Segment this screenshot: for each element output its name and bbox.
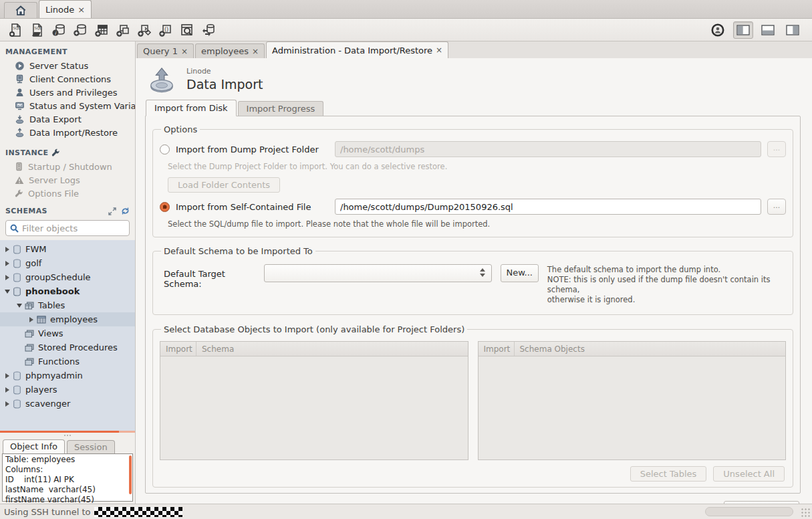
search-table-data-icon[interactable]: [176, 21, 198, 39]
schema-tree: FWM golf groupSchedule phonebook Tables: [0, 240, 135, 431]
expander-collapsed-icon[interactable]: [27, 317, 35, 322]
connection-tab-label: Linode: [45, 5, 74, 15]
startup-shutdown-icon: [15, 162, 23, 171]
unselect-all-button[interactable]: Unselect All: [713, 466, 785, 482]
tab-session[interactable]: Session: [67, 440, 115, 453]
sidebar-item-options-file[interactable]: Options File: [0, 187, 135, 200]
expander-expanded-icon[interactable]: [3, 290, 11, 294]
radio-import-dump-folder[interactable]: [160, 144, 170, 154]
sidebar-item-data-import-restore[interactable]: Data Import/Restore: [0, 126, 135, 139]
schema-node-phonebook[interactable]: phonebook: [0, 284, 135, 298]
account-gear-icon[interactable]: [707, 21, 728, 39]
expander-collapsed-icon[interactable]: [3, 387, 11, 393]
schema-node-fwm[interactable]: FWM: [0, 242, 135, 256]
close-tab-icon[interactable]: ×: [436, 45, 442, 55]
sidebar-item-server-logs[interactable]: Server Logs: [0, 173, 135, 187]
new-schema-button[interactable]: New...: [501, 264, 539, 282]
combo-spinner-icon[interactable]: [480, 268, 485, 277]
close-tab-icon[interactable]: ×: [181, 47, 188, 56]
self-contained-file-input[interactable]: [335, 199, 761, 215]
tree-node-tables[interactable]: Tables: [0, 298, 135, 312]
close-tab-icon[interactable]: ×: [252, 47, 259, 56]
sidebar-item-data-export[interactable]: Data Export: [0, 112, 135, 126]
toggle-bottom-panel-icon[interactable]: [758, 21, 778, 39]
tree-node-views[interactable]: Views: [0, 326, 135, 340]
refresh-schemas-icon[interactable]: [121, 207, 130, 215]
schema-label: phonebook: [25, 286, 80, 296]
expander-collapsed-icon[interactable]: [3, 247, 11, 252]
schemas-table-body[interactable]: [160, 356, 468, 459]
tree-node-functions[interactable]: Functions: [0, 354, 135, 369]
toggle-right-sidebar-icon[interactable]: [783, 21, 803, 39]
schema-filter-input[interactable]: [22, 223, 125, 233]
sidebar-item-label: Server Status: [29, 61, 88, 71]
options-legend: Options: [161, 124, 200, 134]
page-title: Data Import: [186, 77, 263, 92]
schema-objects-table-body[interactable]: [479, 356, 786, 459]
inspect-schema-icon[interactable]: i: [48, 21, 70, 39]
tab-admin-data-import[interactable]: Administration - Data Import/Restore ×: [266, 41, 448, 58]
schema-node-phpmyadmin[interactable]: phpmyadmin: [0, 369, 135, 383]
connection-tab[interactable]: Linode ×: [39, 0, 92, 18]
schema-node-groupschedule[interactable]: groupSchedule: [0, 270, 135, 284]
svg-text:(): (): [164, 26, 168, 32]
sidebar-splitter-handle[interactable]: [0, 433, 135, 437]
tree-node-employees[interactable]: employees: [0, 312, 135, 326]
create-function-icon[interactable]: (): [155, 21, 176, 39]
expander-collapsed-icon[interactable]: [3, 401, 11, 407]
browse-self-contained-button[interactable]: ...: [767, 199, 786, 215]
tab-import-from-disk[interactable]: Import from Disk: [146, 100, 237, 116]
default-target-schema-select[interactable]: [264, 264, 491, 282]
dump-folder-hint: Select the Dump Project Folder to import…: [168, 162, 786, 171]
browse-dump-folder-button[interactable]: ...: [767, 141, 786, 157]
tree-node-stored-procedures[interactable]: Stored Procedures: [0, 340, 135, 354]
radio-dump-folder-label[interactable]: Import from Dump Project Folder: [176, 144, 335, 154]
expander-collapsed-icon[interactable]: [3, 261, 11, 266]
schema-objects-import-table: Import Schema Objects: [478, 341, 787, 460]
sidebar-item-server-status[interactable]: Server Status: [0, 59, 135, 72]
tab-import-progress[interactable]: Import Progress: [238, 101, 324, 116]
sidebar-item-client-connections[interactable]: Client Connections: [0, 72, 135, 86]
tab-object-info[interactable]: Object Info: [3, 439, 65, 453]
toggle-left-sidebar-icon[interactable]: [733, 21, 753, 39]
expand-schemas-icon[interactable]: [108, 207, 116, 215]
schema-node-players[interactable]: players: [0, 383, 135, 397]
close-tab-icon[interactable]: ×: [78, 5, 85, 15]
schema-node-scavenger[interactable]: scavenger: [0, 397, 135, 411]
sidebar-item-users-and-privileges[interactable]: Users and Privileges: [0, 86, 135, 99]
create-view-icon[interactable]: [112, 21, 134, 39]
functions-folder-icon: [25, 358, 34, 366]
horizontal-scrollbar[interactable]: [705, 507, 793, 516]
main-toolbar: SQL SQL i (): [0, 19, 812, 41]
radio-import-self-contained[interactable]: [160, 202, 170, 212]
column-header-schema: Schema: [196, 344, 234, 354]
create-table-icon[interactable]: [91, 21, 112, 39]
sidebar-item-status-system-variables[interactable]: Status and System Variables: [0, 99, 135, 112]
search-icon: [10, 224, 19, 233]
sidebar-item-startup-shutdown[interactable]: Startup / Shutdown: [0, 160, 135, 173]
radio-self-contained-label[interactable]: Import from Self-Contained File: [176, 202, 335, 212]
tab-query-1[interactable]: Query 1 ×: [137, 43, 194, 58]
open-sql-script-icon[interactable]: SQL: [27, 21, 48, 39]
schema-icon: [13, 385, 21, 395]
home-icon: [14, 5, 27, 16]
home-tab[interactable]: [4, 2, 37, 18]
schema-label: FWM: [25, 244, 47, 254]
column-header-import: Import: [160, 342, 196, 356]
select-tables-button[interactable]: Select Tables: [630, 466, 707, 482]
expander-collapsed-icon[interactable]: [3, 275, 11, 280]
reconnect-dbms-icon[interactable]: [198, 21, 219, 39]
expander-expanded-icon[interactable]: [15, 304, 23, 308]
schema-node-golf[interactable]: golf: [0, 256, 135, 270]
object-info-scrollbar[interactable]: [129, 455, 132, 494]
expander-collapsed-icon[interactable]: [3, 373, 11, 379]
create-schema-icon[interactable]: [70, 21, 91, 39]
new-query-tab-icon[interactable]: SQL: [5, 21, 27, 39]
object-info-line: lastName varchar(45): [5, 485, 130, 495]
object-info-line: ID int(11) AI PK: [5, 475, 130, 485]
dump-folder-path-input[interactable]: [335, 141, 761, 157]
load-folder-contents-button[interactable]: Load Folder Contents: [168, 177, 280, 193]
create-stored-procedure-icon[interactable]: [134, 21, 155, 39]
window-resize-grip[interactable]: [801, 508, 810, 517]
tab-employees[interactable]: employees ×: [195, 43, 265, 58]
